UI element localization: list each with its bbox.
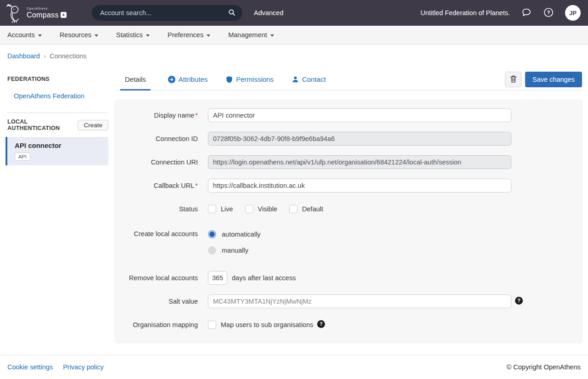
federations-heading: FEDERATIONS: [7, 76, 107, 82]
cookie-settings-link[interactable]: Cookie settings: [7, 363, 53, 371]
main-content: Details Attributes: [115, 60, 588, 355]
connection-details-form: Display name* Connection ID Connection U…: [115, 100, 582, 343]
advanced-search-link[interactable]: Advanced: [254, 0, 284, 26]
compass-plus-icon: +: [61, 12, 67, 18]
brand-name-large: Compass: [27, 11, 59, 19]
svg-text:?: ?: [547, 10, 550, 15]
callback-url-row: Callback URL*: [115, 179, 582, 192]
page-body: Dashboard › Connections FEDERATIONS Open…: [0, 45, 588, 355]
create-local-accounts-row: Create local accounts automatically manu…: [115, 227, 582, 257]
salt-value-help-button[interactable]: ?: [515, 297, 523, 306]
status-visible-label: Visible: [258, 205, 277, 213]
nav-resources-menu[interactable]: Resources: [60, 31, 98, 39]
automatically-radio[interactable]: [208, 230, 216, 238]
remove-days-suffix: days after last access: [232, 274, 296, 282]
required-asterisk: *: [195, 112, 198, 119]
main-navbar: Accounts Resources Statistics Preference…: [0, 26, 588, 45]
status-default-checkbox[interactable]: [289, 205, 297, 213]
nav-preferences-menu[interactable]: Preferences: [168, 31, 210, 39]
search-button[interactable]: [227, 7, 237, 19]
search-icon: [228, 8, 236, 18]
organisation-mapping-checkbox[interactable]: [208, 321, 216, 329]
chevron-down-icon: [146, 34, 150, 37]
organisation-mapping-help-button[interactable]: ?: [317, 320, 325, 329]
connection-id-input: [208, 132, 511, 146]
tab-permissions[interactable]: Permissions: [225, 72, 274, 91]
connection-uri-input: [208, 155, 511, 169]
breadcrumb: Dashboard › Connections: [0, 45, 588, 60]
breadcrumb-separator-icon: ›: [44, 52, 46, 60]
tab-details[interactable]: Details: [120, 72, 151, 91]
organisation-name: Untitled Federation of Planets.: [420, 9, 510, 17]
create-local-accounts-label: Create local accounts: [115, 230, 198, 238]
organisation-mapping-row: Organisation mapping Map users to sub or…: [115, 318, 582, 332]
status-default-label: Default: [302, 205, 323, 213]
account-search-box: [92, 5, 242, 21]
trash-icon: [510, 75, 517, 85]
owl-logo-icon: [6, 3, 24, 23]
status-visible-checkbox[interactable]: [245, 205, 253, 213]
callback-url-input[interactable]: [208, 179, 511, 192]
shield-icon: [226, 76, 233, 83]
question-circle-icon: ?: [515, 297, 523, 306]
brand-name-small: OpenAthens: [27, 7, 67, 11]
nav-accounts-menu[interactable]: Accounts: [7, 31, 42, 39]
display-name-row: Display name*: [115, 108, 582, 122]
callback-url-label: Callback URL: [154, 182, 195, 189]
display-name-input[interactable]: [208, 108, 511, 122]
user-icon: [292, 76, 299, 83]
breadcrumb-dashboard-link[interactable]: Dashboard: [7, 52, 40, 60]
local-authentication-heading: LOCAL AUTHENTICATION: [7, 119, 78, 131]
chevron-down-icon: [270, 34, 274, 37]
question-circle-icon: ?: [317, 320, 325, 329]
status-live-checkbox[interactable]: [208, 205, 216, 213]
header-actions: Save changes: [505, 72, 582, 87]
tab-contact[interactable]: Contact: [291, 72, 327, 91]
topbar-right: Untitled Federation of Planets. ? JP: [420, 0, 581, 26]
organisation-mapping-label: Organisation mapping: [115, 321, 198, 328]
breadcrumb-current: Connections: [50, 52, 87, 60]
create-connection-button[interactable]: Create: [78, 120, 108, 130]
arrow-circle-right-icon: [168, 76, 175, 83]
delete-connection-button[interactable]: [505, 72, 521, 87]
connection-name: API connector: [15, 141, 104, 149]
feedback-button[interactable]: [521, 7, 532, 19]
sidebar-divider: [7, 113, 108, 113]
salt-value-input[interactable]: [208, 294, 511, 308]
tab-attributes[interactable]: Attributes: [167, 72, 208, 91]
copyright-text: © Copyright OpenAthens: [507, 363, 581, 371]
salt-value-row: Salt value ?: [115, 294, 582, 308]
help-circle-icon: ?: [543, 7, 554, 19]
sidebar-item-api-connector[interactable]: API connector API: [6, 137, 108, 165]
connection-id-row: Connection ID: [115, 132, 582, 146]
connection-id-label: Connection ID: [115, 135, 198, 142]
salt-value-label: Salt value: [115, 298, 198, 305]
account-search-input[interactable]: [100, 9, 227, 17]
connection-type-badge: API: [15, 153, 30, 161]
save-changes-button[interactable]: Save changes: [525, 72, 582, 87]
connection-uri-label: Connection URI: [115, 158, 198, 166]
footer: Cookie settings Privacy policy © Copyrig…: [0, 355, 588, 379]
sidebar-item-openathens-federation[interactable]: OpenAthens Federation: [14, 92, 107, 100]
help-button[interactable]: ?: [543, 7, 554, 19]
privacy-policy-link[interactable]: Privacy policy: [63, 363, 104, 371]
app-window: OpenAthens Compass + Advanced Untit: [0, 0, 588, 379]
required-asterisk: *: [195, 182, 198, 189]
manually-label: manually: [222, 247, 248, 254]
remove-local-accounts-row: Remove local accounts days after last ac…: [115, 271, 582, 285]
brand-logo[interactable]: OpenAthens Compass +: [6, 3, 67, 23]
connection-uri-row: Connection URI: [115, 155, 582, 169]
status-live-label: Live: [221, 205, 233, 213]
remove-local-accounts-label: Remove local accounts: [115, 274, 198, 282]
user-avatar[interactable]: JP: [565, 5, 581, 21]
svg-text:?: ?: [517, 298, 520, 303]
manually-radio[interactable]: [208, 246, 216, 255]
nav-statistics-menu[interactable]: Statistics: [116, 31, 150, 39]
svg-text:?: ?: [319, 321, 322, 327]
status-row: Status Live Visible: [115, 202, 582, 216]
status-label: Status: [115, 205, 198, 213]
brand-text: OpenAthens Compass +: [27, 7, 67, 19]
automatically-label: automatically: [222, 231, 261, 238]
nav-management-menu[interactable]: Management: [228, 31, 274, 39]
remove-days-input[interactable]: [208, 271, 227, 285]
